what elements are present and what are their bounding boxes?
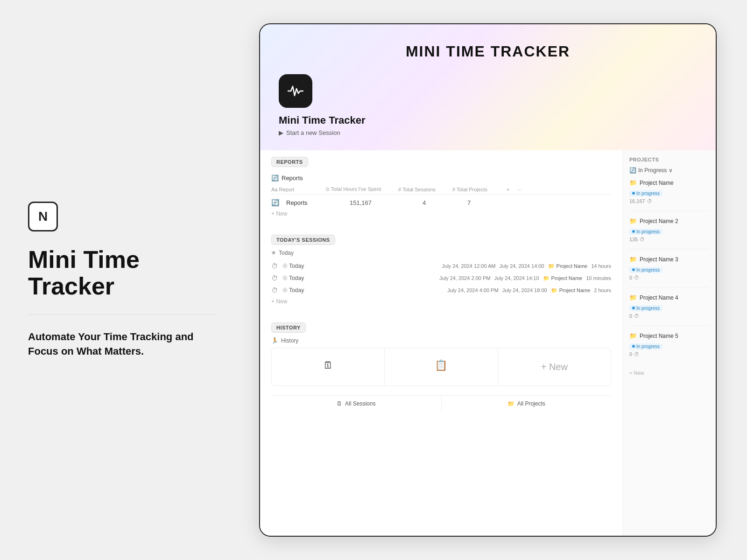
status-dot-2 <box>632 268 635 271</box>
todays-sessions-section: TODAY'S SESSIONS ✳ Today ⏱ ☉ Today July … <box>271 228 611 307</box>
history-cell-new[interactable]: + New <box>498 348 611 385</box>
reports-plus-new[interactable]: + New <box>271 209 611 219</box>
status-dot-3 <box>632 307 635 309</box>
project-item-4: 📁 Project Name 5 In progress 0 ⏱ <box>629 332 709 364</box>
hours-timer-icon-1: ⏱ <box>640 237 645 242</box>
reports-table-header: Aa Report ⊙ Total Hours I've Spent # Tot… <box>271 184 611 195</box>
project-folder-icon-3: 📁 <box>629 294 637 301</box>
session-label-2: ☉ Today <box>282 275 304 281</box>
bottom-tabs: 🗓 All Sessions 📁 All Projects <box>271 395 611 412</box>
chevron-icon: ∨ <box>669 167 673 174</box>
project-hours-2: 0 ⏱ <box>629 275 709 280</box>
status-dot-4 <box>632 345 635 348</box>
tab-all-sessions[interactable]: 🗓 All Sessions <box>271 396 442 412</box>
session-row-1: ⏱ ☉ Today July 24, 2024 12:00 AM July 24… <box>271 260 611 272</box>
app-title-main: MINI TIME TRACKER <box>279 43 697 60</box>
col-header-report: Aa Report <box>271 187 318 192</box>
sidebar-title: PROJECTS <box>629 157 709 162</box>
app-name: Mini Time Tracker <box>279 114 697 126</box>
today-star-icon: ✳ <box>271 250 276 256</box>
project-name-row-4: 📁 Project Name 5 <box>629 332 709 339</box>
folder-icon-1: 📁 <box>548 263 555 269</box>
app-title-left: Mini Time Tracker <box>28 246 215 300</box>
status-badge-3: In progress <box>629 305 662 311</box>
app-icon <box>279 74 312 108</box>
session-meta-3: July 24, 2024 4:00 PM July 24, 2024 18:0… <box>447 287 611 294</box>
project-name-2: Project Name 3 <box>640 256 678 263</box>
sessions-plus-new[interactable]: + New <box>271 296 611 307</box>
hours-timer-icon-4: ⏱ <box>634 351 639 357</box>
history-group-header: 🏃 History <box>271 337 611 344</box>
sidebar-plus-new[interactable]: + New <box>629 370 709 376</box>
project-hours-0: 16,167 ⏱ <box>629 198 709 204</box>
session-icon-1: ⏱ <box>271 262 279 270</box>
project-name-row-0: 📁 Project Name <box>629 179 709 186</box>
status-dot-0 <box>632 192 635 195</box>
reports-data-row: 🔄 Reports 151,167 4 7 <box>271 196 611 209</box>
project-item-3: 📁 Project Name 4 In progress 0 ⏱ <box>629 294 709 326</box>
session-icon-3: ⏱ <box>271 287 279 294</box>
filter-icon: 🔄 <box>629 167 636 174</box>
history-add-icon: + New <box>541 362 568 372</box>
hours-timer-icon-3: ⏱ <box>634 313 639 319</box>
history-grid: 🗓 📋 + New <box>271 348 611 386</box>
project-badge-3: 📁 Project Name <box>551 287 591 294</box>
tab-all-projects[interactable]: 📁 All Projects <box>442 396 612 412</box>
project-item-0: 📁 Project Name In progress 16,167 ⏱ <box>629 179 709 211</box>
project-name-row-3: 📁 Project Name 4 <box>629 294 709 301</box>
left-subtitle: Automate Your Time Tracking and Focus on… <box>28 330 215 359</box>
project-name-4: Project Name 5 <box>640 333 678 339</box>
reports-row-projects: 7 <box>467 199 505 206</box>
session-row-2: ⏱ ☉ Today July 24, 2024 2:00 PM July 24,… <box>271 272 611 284</box>
history-section-label: HISTORY <box>271 322 306 333</box>
project-hours-1: 135 ⏱ <box>629 237 709 242</box>
project-badge-1: 📁 Project Name <box>548 263 588 269</box>
reports-row-icon: 🔄 <box>271 199 279 206</box>
reports-row-sessions: 4 <box>423 199 460 206</box>
project-folder-icon-1: 📁 <box>629 217 637 224</box>
reports-section: REPORTS 🔄 Reports Aa Report ⊙ Total Hour… <box>271 150 611 219</box>
status-badge-1: In progress <box>629 229 662 235</box>
project-folder-icon-4: 📁 <box>629 332 637 339</box>
start-session-button[interactable]: ▶ Start a new Session <box>279 129 697 136</box>
hours-timer-icon-2: ⏱ <box>634 275 639 280</box>
hours-timer-icon-0: ⏱ <box>647 198 652 204</box>
project-name-1: Project Name 2 <box>640 218 678 224</box>
projects-grid-icon: 📋 <box>435 359 447 371</box>
col-header-projects: # Total Projects <box>452 187 499 192</box>
session-meta-2: July 24, 2024 2:00 PM July 24, 2024 14:1… <box>439 275 611 281</box>
history-section: HISTORY 🏃 History 🗓 📋 + New <box>271 316 611 386</box>
projects-list: 📁 Project Name In progress 16,167 ⏱ 📁 Pr… <box>629 179 709 364</box>
main-content: REPORTS 🔄 Reports Aa Report ⊙ Total Hour… <box>260 150 622 536</box>
sidebar-filter[interactable]: 🔄 In Progress ∨ <box>629 167 709 174</box>
reports-group-header: 🔄 Reports <box>271 172 611 184</box>
col-header-more[interactable]: ··· <box>517 187 521 192</box>
right-sidebar: PROJECTS 🔄 In Progress ∨ 📁 Project Name … <box>622 150 716 536</box>
project-name-row-2: 📁 Project Name 3 <box>629 256 709 263</box>
col-header-sessions: # Total Sessions <box>398 187 445 192</box>
divider <box>28 315 215 315</box>
play-icon: ▶ <box>279 129 283 136</box>
project-folder-icon-2: 📁 <box>629 256 637 263</box>
today-section-label: TODAY'S SESSIONS <box>271 235 335 245</box>
today-group-header: ✳ Today <box>271 250 611 256</box>
session-icon-2: ⏱ <box>271 274 279 282</box>
status-badge-2: In progress <box>629 267 662 273</box>
project-name-row-1: 📁 Project Name 2 <box>629 217 709 224</box>
col-header-hours: ⊙ Total Hours I've Spent <box>325 186 391 192</box>
device-content: REPORTS 🔄 Reports Aa Report ⊙ Total Hour… <box>260 150 716 536</box>
project-item-1: 📁 Project Name 2 In progress 135 ⏱ <box>629 217 709 249</box>
session-label-3: ☉ Today <box>282 287 304 294</box>
projects-tab-icon: 📁 <box>507 400 514 407</box>
sessions-tab-icon: 🗓 <box>337 400 342 407</box>
reports-section-label: REPORTS <box>271 157 308 167</box>
notion-logo: N <box>28 202 58 231</box>
folder-icon-2: 📁 <box>543 275 550 281</box>
folder-icon-3: 📁 <box>551 287 557 294</box>
col-header-add[interactable]: + <box>507 187 509 192</box>
session-row-3: ⏱ ☉ Today July 24, 2024 4:00 PM July 24,… <box>271 284 611 296</box>
session-meta-1: July 24, 2024 12:00 AM July 24, 2024 14:… <box>442 263 611 269</box>
project-item-2: 📁 Project Name 3 In progress 0 ⏱ <box>629 256 709 287</box>
history-cell-sessions: 🗓 <box>272 348 384 385</box>
project-name-3: Project Name 4 <box>640 294 678 301</box>
